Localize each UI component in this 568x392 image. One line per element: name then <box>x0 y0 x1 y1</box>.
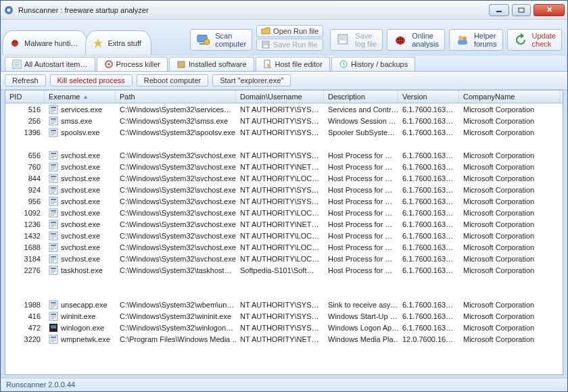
cell-path: C:\Windows\System32\svchost.exe <box>116 197 236 205</box>
tab-history-backups[interactable]: History / backups <box>331 57 415 71</box>
exe-icon <box>49 312 58 321</box>
cell-company: Microsoft Corporation <box>459 186 561 194</box>
start-explorer-button[interactable]: Start "explorer.exe" <box>212 74 291 87</box>
cell-description: Sink to receive asy… <box>324 301 398 309</box>
svg-rect-47 <box>51 134 54 135</box>
svg-rect-74 <box>51 210 56 212</box>
cell-pid: 656 <box>5 151 45 160</box>
svg-rect-97 <box>51 261 54 262</box>
table-header: PID Exename▲ Path Domain\Username Descri… <box>5 91 563 103</box>
tab-extra-stuff[interactable]: Extra stuff <box>85 30 151 55</box>
svg-rect-65 <box>51 189 56 190</box>
cell-exename: svchost.exe <box>45 231 116 241</box>
col-exename[interactable]: Exename▲ <box>45 91 116 103</box>
cell-company: Microsoft Corporation <box>459 128 561 137</box>
cell-company: Microsoft Corporation <box>459 117 561 125</box>
svg-rect-81 <box>51 225 56 226</box>
cell-company: Microsoft Corporation <box>459 312 561 320</box>
cell-version: 6.1.7600.163… <box>398 197 459 205</box>
tab-malware-hunting[interactable]: Malware hunti… <box>2 30 88 55</box>
col-path[interactable]: Path <box>116 91 236 103</box>
col-pid[interactable]: PID <box>5 91 45 103</box>
col-domain[interactable]: Domain\Username <box>236 91 324 103</box>
refresh-button[interactable]: Refresh <box>5 74 46 87</box>
table-row[interactable]: 1092svchost.exeC:\Windows\System32\svcho… <box>5 207 563 218</box>
tab-autostart[interactable]: All Autostart item… <box>5 57 95 71</box>
update-check-button[interactable]: Updatecheck <box>507 29 562 51</box>
table-row[interactable]: 2276taskhost.exeC:\Windows\System32\task… <box>5 264 563 276</box>
table-row[interactable]: 256smss.exeC:\Windows\System32\smss.exeN… <box>5 115 563 126</box>
col-company[interactable]: CompanyName <box>459 91 561 103</box>
table-row[interactable]: 416wininit.exeC:\Windows\System32\winini… <box>5 310 563 322</box>
scan-computer-button[interactable]: Scancomputer <box>190 29 252 51</box>
cell-exename: unsecapp.exe <box>45 300 116 310</box>
maximize-button[interactable] <box>512 4 531 16</box>
svg-rect-52 <box>51 157 54 158</box>
table-row[interactable]: 844svchost.exeC:\Windows\System32\svchos… <box>5 172 563 184</box>
minimize-button[interactable] <box>489 4 509 16</box>
cell-version: 6.1.7600.163… <box>398 117 459 125</box>
reboot-button[interactable]: Reboot computer <box>137 74 208 87</box>
svg-rect-14 <box>340 41 346 43</box>
svg-rect-82 <box>51 226 54 227</box>
cell-pid: 3220 <box>5 335 45 343</box>
svg-point-29 <box>108 64 110 66</box>
table-row[interactable]: 760svchost.exeC:\Windows\System32\svchos… <box>5 161 563 172</box>
cell-path: C:\Program Files\Windows Media … <box>116 335 236 343</box>
tab-label: Extra stuff <box>108 39 141 47</box>
svg-rect-106 <box>51 305 56 306</box>
table-row[interactable]: 472winlogon.exeC:\Windows\System32\winlo… <box>5 322 563 333</box>
status-bar: Runscanner 2.0.0.44 <box>1 378 567 391</box>
cell-version: 6.1.7600.163… <box>398 151 459 160</box>
tab-installed-software[interactable]: Installed software <box>169 57 254 71</box>
table-row[interactable]: 3220wmpnetwk.exeC:\Program Files\Windows… <box>5 333 563 345</box>
cell-description: Host Process for … <box>324 163 398 171</box>
exe-icon <box>49 208 58 218</box>
svg-rect-56 <box>51 168 56 168</box>
cell-path: C:\Windows\System32\svchost.exe <box>116 243 236 251</box>
col-description[interactable]: Description <box>324 91 398 103</box>
cell-version: 6.1.7600.163… <box>398 209 459 217</box>
cell-domain: NT AUTHORITY\LOC… <box>236 243 324 251</box>
table-row[interactable]: 956svchost.exeC:\Windows\System32\svchos… <box>5 195 563 207</box>
kill-process-button[interactable]: Kill selected process <box>50 74 133 87</box>
cell-path: C:\Windows\System32\svchost.exe <box>116 163 236 171</box>
table-row[interactable]: 3184svchost.exeC:\Windows\System32\svcho… <box>5 253 563 264</box>
cell-path: C:\Windows\System32\smss.exe <box>116 117 236 125</box>
svg-rect-80 <box>51 224 56 224</box>
save-icon <box>261 40 270 49</box>
table-body[interactable]: 516services.exeC:\Windows\System32\servi… <box>5 103 563 374</box>
table-row[interactable]: 1236svchost.exeC:\Windows\System32\svcho… <box>5 218 563 230</box>
table-row[interactable]: 656svchost.exeC:\Windows\System32\svchos… <box>5 149 563 161</box>
online-analysis-button[interactable]: Onlineanalysis <box>387 29 445 51</box>
cell-domain: NT AUTHORITY\SYS… <box>236 197 324 205</box>
col-version[interactable]: Version <box>398 91 459 103</box>
svg-point-17 <box>398 39 399 40</box>
cell-pid: 1236 <box>5 220 45 228</box>
cell-path: C:\Windows\System32\spoolsv.exe <box>116 128 236 137</box>
svg-rect-84 <box>51 233 56 235</box>
cell-pid: 844 <box>5 174 45 182</box>
open-run-file-button[interactable]: Open Run file <box>256 25 323 37</box>
helper-forums-button[interactable]: Helperforums <box>449 29 503 51</box>
cell-path: C:\Windows\System32\svchost.exe <box>116 255 236 263</box>
table-row[interactable]: 1988unsecapp.exeC:\Windows\System32\wbem… <box>5 299 563 310</box>
svg-rect-118 <box>51 340 56 341</box>
svg-rect-67 <box>51 192 54 193</box>
table-row[interactable]: 516services.exeC:\Windows\System32\servi… <box>5 103 563 115</box>
cell-path: C:\Windows\System32\wininit.exe <box>116 312 236 320</box>
cell-description: Host Process for … <box>324 255 398 263</box>
table-row[interactable]: 924svchost.exeC:\Windows\System32\svchos… <box>5 184 563 195</box>
table-row[interactable]: 1432svchost.exeC:\Windows\System32\svcho… <box>5 230 563 241</box>
svg-point-20 <box>402 41 403 43</box>
tab-process-killer[interactable]: Process killer <box>97 57 168 71</box>
cell-exename: svchost.exe <box>45 185 116 195</box>
svg-rect-39 <box>51 118 56 120</box>
cell-pid: 924 <box>5 186 45 194</box>
table-row[interactable]: 1396spoolsv.exeC:\Windows\System32\spool… <box>5 126 563 138</box>
close-button[interactable]: ✕ <box>534 4 565 16</box>
svg-point-18 <box>402 39 403 40</box>
table-row[interactable]: 1688svchost.exeC:\Windows\System32\svcho… <box>5 241 563 253</box>
tab-host-file-editor[interactable]: Host file editor <box>256 57 330 71</box>
cell-pid: 1396 <box>5 128 45 137</box>
